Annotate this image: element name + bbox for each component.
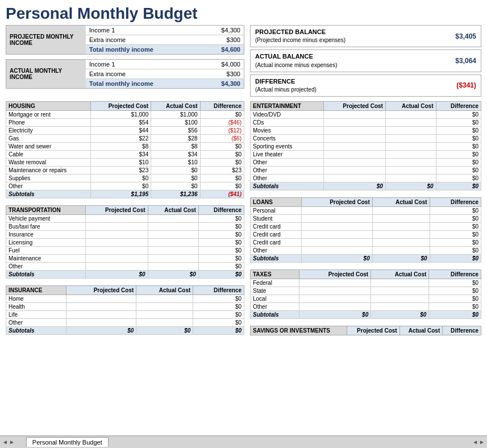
- entertainment-table: ENTERTAINMENT Projected Cost Actual Cost…: [250, 101, 481, 190]
- table-row: Student$0: [251, 215, 481, 223]
- table-row: Local$0: [251, 295, 481, 303]
- table-row: Other$0: [6, 319, 244, 327]
- table-row: Credit card$0: [251, 223, 481, 231]
- savings-table: SAVINGS OR INVESTMENTS Projected Cost Ac…: [250, 326, 481, 335]
- loans-subtotal: Subtotals$0$0$0: [251, 255, 481, 263]
- main-content: HOUSING Projected Cost Actual Cost Diffe…: [0, 101, 487, 339]
- table-row: Supplies$0$0$0: [6, 175, 244, 182]
- balance-section: PROJECTED BALANCE (Projected income minu…: [250, 25, 481, 97]
- table-row: State$0: [251, 287, 481, 295]
- table-row: Concerts$0: [251, 135, 481, 143]
- left-column: HOUSING Projected Cost Actual Cost Diffe…: [6, 101, 244, 339]
- actual-income-block: ACTUAL MONTHLY INCOME Income 1 $4,000 Ex…: [6, 59, 244, 89]
- insurance-table: INSURANCE Projected Cost Actual Cost Dif…: [6, 285, 244, 335]
- income-section: PROJECTED MONTHLY INCOME Income 1 $4,300…: [6, 25, 244, 97]
- table-row: Bus/taxi fare$0: [6, 223, 244, 231]
- projected-income-rows: Income 1 $4,300 Extra income $300 Total …: [86, 26, 244, 54]
- list-item: Total monthly income $4,600: [86, 45, 244, 54]
- table-row: Gas$22$28($6): [6, 135, 244, 143]
- difference-sublabel: (Actual minus projected): [255, 86, 431, 94]
- table-row: Electricity$44$56($12): [6, 127, 244, 135]
- taxes-header: TAXES: [251, 270, 299, 279]
- table-row: Licensing$0: [6, 239, 244, 247]
- list-item: Income 1 $4,000: [86, 60, 244, 69]
- transportation-header: TRANSPORTATION: [6, 206, 86, 215]
- next-sheet-icon[interactable]: ►: [9, 439, 15, 445]
- table-row: Sporting events$0: [251, 143, 481, 151]
- scrollbar-right-icon[interactable]: ►: [479, 439, 485, 445]
- list-item: Extra income $300: [86, 69, 244, 79]
- table-row: Maintenance or repairs$23$0$23: [6, 167, 244, 175]
- table-row: Waste removal$10$10$0: [6, 159, 244, 167]
- list-item: Income 1 $4,300: [86, 26, 244, 35]
- entertainment-header: ENTERTAINMENT: [251, 102, 324, 111]
- table-row: Other$0$0$0: [6, 182, 244, 190]
- housing-col-actual: Actual Cost: [151, 102, 200, 111]
- housing-subtotal: Subtotals$1,195$1,236($41): [6, 190, 244, 198]
- table-row: Video/DVD$0: [251, 111, 481, 119]
- difference-label: DIFFERENCE: [255, 77, 431, 86]
- table-row: Credit card$0: [251, 239, 481, 247]
- housing-col-diff: Difference: [200, 102, 244, 111]
- right-column: ENTERTAINMENT Projected Cost Actual Cost…: [250, 101, 481, 339]
- table-row: Life$0: [6, 311, 244, 319]
- savings-header: SAVINGS OR INVESTMENTS: [251, 326, 347, 335]
- table-row: Federal$0: [251, 279, 481, 287]
- table-row: Phone$54$100($46): [6, 119, 244, 127]
- table-row: Credit card$0: [251, 231, 481, 239]
- list-item: Total monthly income $4,300: [86, 79, 244, 88]
- insurance-header: INSURANCE: [6, 286, 66, 295]
- projected-income-block: PROJECTED MONTHLY INCOME Income 1 $4,300…: [6, 25, 244, 55]
- table-row: Vehicle payment$0: [6, 215, 244, 223]
- housing-col-proj: Projected Cost: [90, 102, 151, 111]
- table-row: Water and sewer$8$8$0: [6, 143, 244, 151]
- table-row: Other$0: [251, 159, 481, 167]
- table-row: Fuel$0: [6, 247, 244, 255]
- insurance-subtotal: Subtotals$0$0$0: [6, 327, 244, 335]
- table-row: Maintenance$0: [6, 255, 244, 263]
- actual-balance-block: ACTUAL BALANCE (Actual income minus expe…: [250, 49, 481, 72]
- loans-header: LOANS: [251, 198, 302, 207]
- list-item: Extra income $300: [86, 35, 244, 45]
- projected-balance-value: $3,405: [431, 32, 476, 40]
- table-row: Home$0: [6, 295, 244, 303]
- taxes-subtotal: Subtotals$0$0$0: [251, 311, 481, 319]
- actual-balance-value: $3,064: [431, 57, 476, 65]
- transportation-table: TRANSPORTATION Projected Cost Actual Cos…: [6, 205, 244, 279]
- table-row: Health$0: [6, 303, 244, 311]
- table-row: Other$0: [251, 247, 481, 255]
- housing-header: HOUSING: [6, 102, 91, 111]
- actual-income-label: ACTUAL MONTHLY INCOME: [6, 60, 86, 88]
- actual-balance-label: ACTUAL BALANCE: [255, 52, 431, 61]
- table-row: Other$0: [6, 263, 244, 271]
- table-row: Other$0: [251, 175, 481, 182]
- projected-income-label: PROJECTED MONTHLY INCOME: [6, 26, 86, 54]
- transportation-subtotal: Subtotals$0$0$0: [6, 271, 244, 279]
- table-row: Live theater$0: [251, 151, 481, 159]
- taskbar: ◄ ► Personal Monthly Budget ◄ ►: [0, 435, 487, 448]
- loans-table: LOANS Projected Cost Actual Cost Differe…: [250, 197, 481, 263]
- difference-block: DIFFERENCE (Actual minus projected) ($34…: [250, 74, 481, 97]
- scrollbar-left-icon[interactable]: ◄: [472, 439, 478, 445]
- table-row: Other$0: [251, 303, 481, 311]
- housing-table: HOUSING Projected Cost Actual Cost Diffe…: [6, 101, 244, 198]
- actual-income-rows: Income 1 $4,000 Extra income $300 Total …: [86, 60, 244, 88]
- prev-sheet-icon[interactable]: ◄: [2, 439, 8, 445]
- page-title: Personal Monthly Budget: [0, 0, 487, 25]
- projected-balance-sublabel: (Projected income minus expenses): [255, 36, 431, 44]
- table-row: CDs$0: [251, 119, 481, 127]
- table-row: Movies$0: [251, 127, 481, 135]
- entertainment-subtotal: Subtotals$0$0$0: [251, 182, 481, 190]
- taxes-table: TAXES Projected Cost Actual Cost Differe…: [250, 269, 481, 319]
- projected-balance-block: PROJECTED BALANCE (Projected income minu…: [250, 25, 481, 47]
- table-row: Cable$34$34$0: [6, 151, 244, 159]
- sheet-tab[interactable]: Personal Monthly Budget: [26, 437, 109, 447]
- projected-balance-label: PROJECTED BALANCE: [255, 28, 431, 36]
- actual-balance-sublabel: (Actual income minus expenses): [255, 61, 431, 69]
- table-row: Insurance$0: [6, 231, 244, 239]
- table-row: Mortgage or rent$1,000$1,000$0: [6, 111, 244, 119]
- difference-value: ($341): [431, 81, 476, 89]
- table-row: Other$0: [251, 167, 481, 175]
- table-row: Personal$0: [251, 207, 481, 215]
